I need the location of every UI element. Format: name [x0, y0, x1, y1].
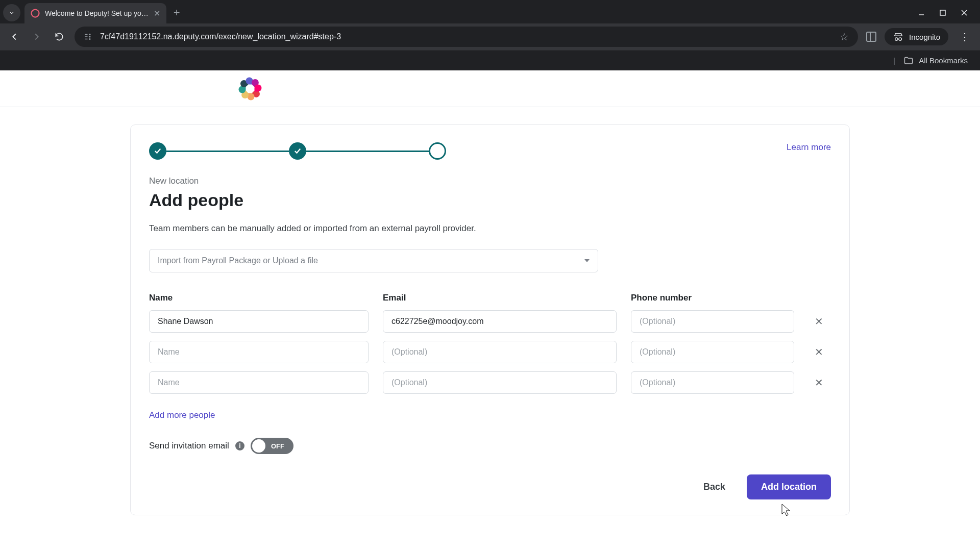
breadcrumb: New location [149, 176, 831, 186]
page-description: Team members can be manually added or im… [149, 223, 831, 234]
remove-row-icon[interactable]: ✕ [808, 346, 829, 358]
col-email: Email [383, 293, 617, 303]
incognito-label: Incognito [909, 33, 940, 41]
svg-point-0 [32, 10, 39, 17]
back-button[interactable]: Back [691, 475, 738, 498]
phone-input[interactable] [631, 371, 794, 394]
incognito-icon [893, 31, 904, 42]
col-phone: Phone number [631, 293, 810, 303]
bookmark-star-icon[interactable]: ☆ [840, 31, 849, 43]
reload-icon [54, 32, 64, 42]
deputy-logo-icon [240, 79, 260, 99]
reload-button[interactable] [52, 30, 66, 44]
invite-toggle[interactable]: OFF [251, 438, 293, 454]
folder-icon [903, 56, 914, 66]
add-more-people-link[interactable]: Add more people [149, 410, 215, 420]
name-input[interactable] [149, 371, 369, 394]
svg-point-10 [899, 38, 902, 41]
name-input[interactable] [149, 310, 369, 333]
step-connector [166, 151, 289, 152]
side-panel-icon[interactable] [866, 32, 876, 42]
add-location-button[interactable]: Add location [747, 474, 831, 499]
svg-rect-3 [85, 34, 87, 35]
remove-row-icon[interactable]: ✕ [808, 315, 829, 328]
check-icon [153, 146, 162, 156]
tab-close-icon[interactable]: ✕ [154, 9, 160, 18]
svg-rect-5 [85, 39, 87, 40]
minimize-icon[interactable] [918, 9, 925, 18]
tab-title: Welcome to Deputy! Set up yo… [45, 9, 149, 17]
tab-search-button[interactable] [3, 4, 20, 21]
svg-point-9 [895, 38, 898, 41]
url-text: 7cf47d19112152.na.deputy.com/exec/new_lo… [100, 32, 832, 41]
step-2-done [289, 142, 306, 160]
wizard-card: Learn more New location Add people Team … [130, 124, 850, 515]
tab-strip: Welcome to Deputy! Set up yo… ✕ + [0, 0, 980, 23]
email-input[interactable] [383, 371, 617, 394]
name-input[interactable] [149, 341, 369, 363]
person-row: ✕ [149, 310, 831, 333]
svg-point-7 [89, 36, 91, 38]
svg-rect-4 [85, 36, 87, 37]
stepper [149, 142, 446, 160]
bookmarks-separator: | [893, 56, 895, 65]
site-settings-icon[interactable] [84, 32, 93, 41]
phone-input[interactable] [631, 341, 794, 363]
new-tab-button[interactable]: + [174, 6, 180, 19]
app-header [0, 70, 980, 107]
caret-down-icon [584, 259, 590, 262]
window-controls [918, 9, 980, 18]
address-bar[interactable]: 7cf47d19112152.na.deputy.com/exec/new_lo… [75, 27, 858, 47]
back-button[interactable] [7, 30, 21, 44]
check-icon [293, 146, 302, 156]
email-input[interactable] [383, 341, 617, 363]
chevron-down-icon [8, 9, 15, 16]
email-input[interactable] [383, 310, 617, 333]
col-name: Name [149, 293, 369, 303]
all-bookmarks-link[interactable]: All Bookmarks [919, 56, 968, 65]
close-window-icon[interactable] [961, 9, 968, 18]
svg-rect-2 [940, 10, 945, 15]
phone-input[interactable] [631, 310, 794, 333]
page-title: Add people [149, 190, 831, 210]
forward-button[interactable] [30, 30, 44, 44]
svg-point-6 [89, 34, 91, 35]
arrow-right-icon [31, 31, 42, 42]
learn-more-link[interactable]: Learn more [787, 142, 831, 153]
person-row: ✕ [149, 371, 831, 394]
step-connector [306, 151, 429, 152]
remove-row-icon[interactable]: ✕ [808, 377, 829, 389]
person-row: ✕ [149, 341, 831, 363]
step-1-done [149, 142, 166, 160]
toggle-state: OFF [271, 442, 284, 450]
bookmarks-bar: | All Bookmarks [0, 50, 980, 70]
browser-toolbar: 7cf47d19112152.na.deputy.com/exec/new_lo… [0, 23, 980, 50]
footer-buttons: Back Add location [149, 474, 831, 499]
maximize-icon[interactable] [939, 9, 946, 18]
arrow-left-icon [9, 31, 20, 42]
step-3-current [429, 142, 446, 160]
incognito-badge[interactable]: Incognito [885, 28, 948, 45]
svg-point-8 [89, 38, 91, 40]
info-icon[interactable]: i [235, 441, 244, 450]
invite-toggle-row: Send invitation email i OFF [149, 438, 831, 454]
import-dropdown[interactable]: Import from Payroll Package or Upload a … [149, 249, 598, 272]
toggle-knob [252, 439, 265, 453]
people-grid: Name Email Phone number ✕ ✕ [149, 293, 831, 394]
page-content: Learn more New location Add people Team … [0, 70, 980, 551]
deputy-favicon-icon [31, 9, 40, 18]
invite-toggle-label: Send invitation email [149, 441, 229, 451]
import-dropdown-label: Import from Payroll Package or Upload a … [158, 256, 318, 265]
browser-tab[interactable]: Welcome to Deputy! Set up yo… ✕ [24, 3, 166, 23]
browser-menu-icon[interactable]: ⋮ [957, 31, 973, 43]
